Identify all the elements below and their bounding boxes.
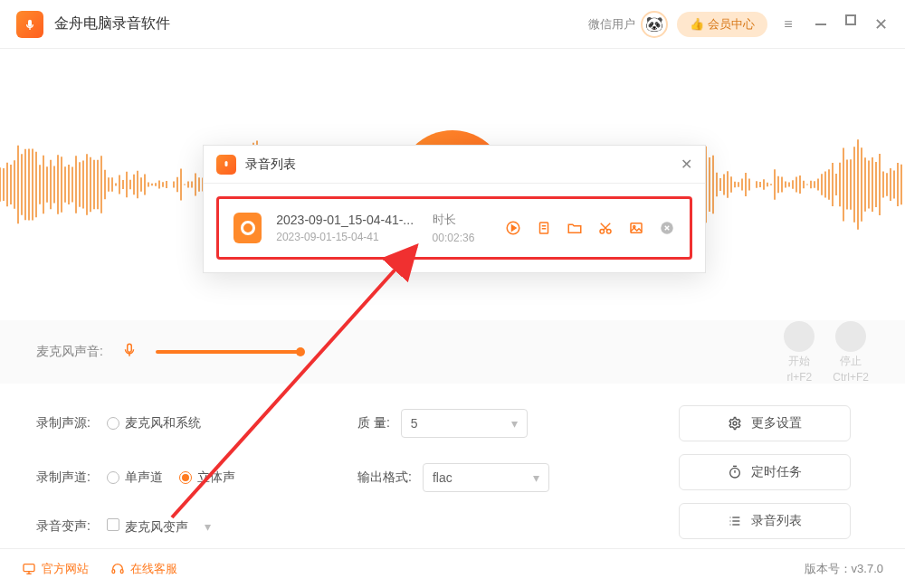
recording-timestamp: 2023-09-01-15-04-41 xyxy=(276,231,417,243)
start-label: 开始 xyxy=(788,354,810,369)
quality-label: 质 量: xyxy=(357,415,390,432)
svg-rect-264 xyxy=(24,564,34,571)
format-select[interactable]: flac ▾ xyxy=(423,463,549,492)
mic-volume-label: 麦克风声音: xyxy=(36,344,103,360)
support-label: 在线客服 xyxy=(130,561,177,577)
gear-icon xyxy=(728,416,742,431)
source-label: 录制声源: xyxy=(36,415,90,432)
recording-list-label: 录音列表 xyxy=(751,513,802,529)
quality-value: 5 xyxy=(411,416,418,431)
svg-rect-278 xyxy=(631,223,642,233)
chevron-down-icon: ▾ xyxy=(511,416,518,431)
svg-rect-268 xyxy=(120,569,123,573)
user-label: 微信用户 xyxy=(588,16,635,33)
menu-icon[interactable]: ≡ xyxy=(780,14,796,34)
duration-value: 00:02:36 xyxy=(433,232,491,244)
settings-panel: 录制声源: 麦克风和系统 质 量: 5 ▾ 更多设置 定时任务 录音列表 录制声… xyxy=(0,384,905,561)
avatar[interactable]: 🐼 xyxy=(641,11,668,38)
official-site-label: 官方网站 xyxy=(42,561,89,577)
text-icon[interactable] xyxy=(536,220,552,236)
recording-name: 2023-09-01_15-04-41-... xyxy=(276,213,417,227)
monitor-icon xyxy=(22,562,36,576)
source-row: 录制声源: 麦克风和系统 xyxy=(36,415,330,432)
close-window-icon[interactable]: ✕ xyxy=(872,14,889,34)
recording-item[interactable]: 2023-09-01_15-04-41-... 2023-09-01-15-04… xyxy=(216,196,692,260)
app-title: 金舟电脑录音软件 xyxy=(54,14,170,33)
format-label: 输出格式: xyxy=(357,469,412,486)
modal-header: 录音列表 ✕ xyxy=(204,146,705,184)
timer-task-button[interactable]: 定时任务 xyxy=(679,454,851,490)
support-link[interactable]: 在线客服 xyxy=(110,561,177,577)
folder-icon[interactable] xyxy=(567,220,583,236)
cut-icon[interactable] xyxy=(597,220,614,236)
app-logo xyxy=(16,11,43,38)
mic-icon xyxy=(121,342,138,363)
format-value: flac xyxy=(433,470,452,485)
minimize-icon[interactable] xyxy=(813,14,829,34)
voice-row: 录音变声: 麦克风变声 ▾ xyxy=(36,518,330,536)
voice-label: 录音变声: xyxy=(36,518,90,535)
svg-rect-0 xyxy=(28,19,32,26)
mic-volume-slider[interactable] xyxy=(156,350,300,354)
control-row: 麦克风声音: 开始 rl+F2 停止 Ctrl+F2 xyxy=(0,320,905,384)
channel-stereo[interactable]: 立体声 xyxy=(179,469,235,486)
voice-checkbox-text: 麦克风变声 xyxy=(125,519,188,534)
delete-icon[interactable] xyxy=(659,220,675,236)
channel-mono[interactable]: 单声道 xyxy=(107,469,163,486)
side-buttons: 更多设置 定时任务 录音列表 xyxy=(679,405,869,539)
channel-mono-text: 单声道 xyxy=(125,469,163,486)
image-icon[interactable] xyxy=(628,220,644,236)
start-button[interactable]: 开始 rl+F2 xyxy=(784,321,814,384)
recording-file-icon xyxy=(233,213,262,243)
recording-list-modal: 录音列表 ✕ 2023-09-01_15-04-41-... 2023-09-0… xyxy=(203,145,706,273)
chevron-down-icon: ▾ xyxy=(205,519,211,534)
source-option-mic-system[interactable]: 麦克风和系统 xyxy=(107,415,201,432)
channel-row: 录制声道: 单声道 立体声 xyxy=(36,469,330,486)
stop-button[interactable]: 停止 Ctrl+F2 xyxy=(833,321,869,384)
more-settings-button[interactable]: 更多设置 xyxy=(679,405,851,441)
modal-title: 录音列表 xyxy=(245,156,296,173)
chevron-down-icon: ▾ xyxy=(533,470,539,485)
svg-rect-269 xyxy=(225,161,228,166)
quality-row: 质 量: 5 ▾ xyxy=(357,409,652,438)
headset-icon xyxy=(110,562,125,576)
source-option-text: 麦克风和系统 xyxy=(125,415,201,432)
version-label: 版本号： xyxy=(805,561,852,577)
modal-mic-icon xyxy=(216,155,236,175)
vip-button[interactable]: 👍 会员中心 xyxy=(677,12,767,37)
format-row: 输出格式: flac ▾ xyxy=(357,463,652,492)
start-hotkey: rl+F2 xyxy=(786,371,812,384)
maximize-icon[interactable] xyxy=(845,14,856,25)
timer-task-label: 定时任务 xyxy=(751,464,802,480)
title-bar: 金舟电脑录音软件 微信用户 🐼 👍 会员中心 ≡ ✕ xyxy=(0,0,905,49)
recording-list-button[interactable]: 录音列表 xyxy=(679,503,851,539)
channel-label: 录制声道: xyxy=(36,469,90,486)
duration-label: 时长 xyxy=(433,212,491,228)
stop-label: 停止 xyxy=(840,354,862,369)
official-site-link[interactable]: 官方网站 xyxy=(22,561,89,577)
modal-close-icon[interactable]: ✕ xyxy=(681,156,692,173)
vip-label: 会员中心 xyxy=(708,16,755,33)
play-icon[interactable] xyxy=(505,220,521,236)
version-value: v3.7.0 xyxy=(852,562,883,575)
quality-select[interactable]: 5 ▾ xyxy=(401,409,528,438)
timer-icon xyxy=(728,465,742,479)
svg-rect-267 xyxy=(112,569,115,573)
svg-rect-252 xyxy=(128,344,132,352)
stop-hotkey: Ctrl+F2 xyxy=(833,371,869,384)
svg-point-254 xyxy=(733,422,737,425)
footer: 官方网站 在线客服 版本号： v3.7.0 xyxy=(0,548,905,588)
more-settings-label: 更多设置 xyxy=(751,415,802,432)
voice-checkbox[interactable]: 麦克风变声 xyxy=(107,518,188,536)
channel-stereo-text: 立体声 xyxy=(197,469,235,486)
thumb-icon: 👍 xyxy=(690,17,704,31)
list-icon xyxy=(728,514,742,528)
